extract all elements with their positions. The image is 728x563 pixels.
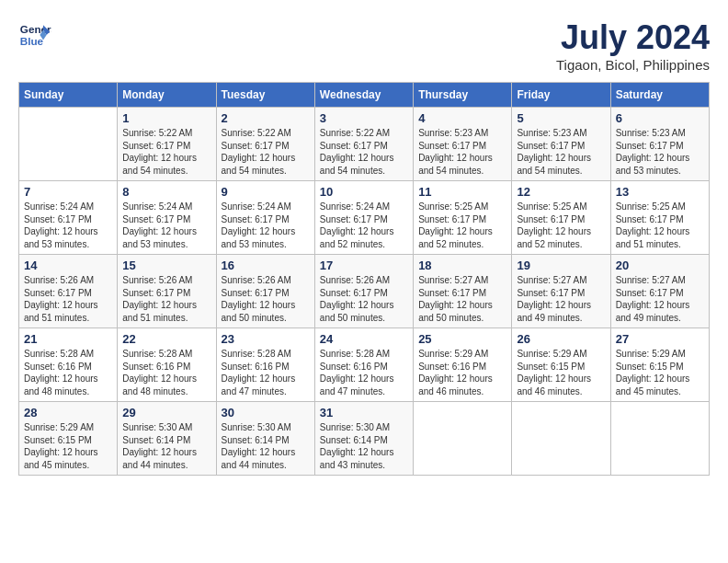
day-number: 17 [320, 259, 408, 272]
week-row-2: 7Sunrise: 5:24 AMSunset: 6:17 PMDaylight… [19, 181, 710, 255]
calendar-cell: 20Sunrise: 5:27 AMSunset: 6:17 PMDayligh… [610, 255, 709, 328]
calendar-cell: 7Sunrise: 5:24 AMSunset: 6:17 PMDaylight… [19, 181, 118, 255]
calendar-cell: 26Sunrise: 5:29 AMSunset: 6:15 PMDayligh… [512, 328, 610, 402]
day-info: Sunrise: 5:29 AMSunset: 6:16 PMDaylight:… [418, 348, 506, 397]
day-info: Sunrise: 5:29 AMSunset: 6:15 PMDaylight:… [517, 348, 605, 397]
day-info: Sunrise: 5:26 AMSunset: 6:17 PMDaylight:… [320, 274, 408, 324]
calendar-cell: 9Sunrise: 5:24 AMSunset: 6:17 PMDaylight… [216, 181, 314, 255]
day-number: 30 [222, 406, 310, 419]
calendar-cell: 16Sunrise: 5:26 AMSunset: 6:17 PMDayligh… [216, 255, 314, 328]
day-number: 18 [418, 259, 506, 272]
day-number: 31 [320, 406, 408, 419]
day-info: Sunrise: 5:22 AMSunset: 6:17 PMDaylight:… [122, 127, 210, 177]
header-row: SundayMondayTuesdayWednesdayThursdayFrid… [19, 83, 710, 108]
day-info: Sunrise: 5:27 AMSunset: 6:17 PMDaylight:… [517, 274, 605, 324]
day-info: Sunrise: 5:23 AMSunset: 6:17 PMDaylight:… [517, 127, 605, 177]
week-row-4: 21Sunrise: 5:28 AMSunset: 6:16 PMDayligh… [19, 328, 710, 402]
calendar-cell: 6Sunrise: 5:23 AMSunset: 6:17 PMDaylight… [610, 108, 709, 181]
column-header-tuesday: Tuesday [216, 83, 314, 108]
calendar-cell: 21Sunrise: 5:28 AMSunset: 6:16 PMDayligh… [19, 328, 118, 402]
column-header-thursday: Thursday [414, 83, 512, 108]
day-info: Sunrise: 5:25 AMSunset: 6:17 PMDaylight:… [517, 201, 605, 250]
column-header-friday: Friday [512, 83, 610, 108]
calendar-table: SundayMondayTuesdayWednesdayThursdayFrid… [18, 82, 710, 476]
calendar-cell: 13Sunrise: 5:25 AMSunset: 6:17 PMDayligh… [610, 181, 709, 255]
day-info: Sunrise: 5:24 AMSunset: 6:17 PMDaylight:… [122, 201, 210, 250]
day-number: 16 [222, 259, 310, 272]
day-info: Sunrise: 5:26 AMSunset: 6:17 PMDaylight:… [222, 274, 310, 324]
day-info: Sunrise: 5:26 AMSunset: 6:17 PMDaylight:… [122, 274, 210, 324]
calendar-cell: 24Sunrise: 5:28 AMSunset: 6:16 PMDayligh… [314, 328, 413, 402]
day-number: 21 [24, 332, 112, 346]
calendar-cell: 4Sunrise: 5:23 AMSunset: 6:17 PMDaylight… [414, 108, 512, 181]
day-info: Sunrise: 5:28 AMSunset: 6:16 PMDaylight:… [24, 348, 112, 397]
calendar-cell: 14Sunrise: 5:26 AMSunset: 6:17 PMDayligh… [19, 255, 118, 328]
day-info: Sunrise: 5:28 AMSunset: 6:16 PMDaylight:… [122, 348, 210, 397]
calendar-cell: 3Sunrise: 5:22 AMSunset: 6:17 PMDaylight… [314, 108, 413, 181]
calendar-cell: 5Sunrise: 5:23 AMSunset: 6:17 PMDaylight… [512, 108, 610, 181]
day-number: 12 [517, 185, 605, 199]
day-number: 28 [24, 406, 112, 419]
day-number: 4 [418, 111, 506, 125]
week-row-1: 1Sunrise: 5:22 AMSunset: 6:17 PMDaylight… [19, 108, 710, 181]
day-info: Sunrise: 5:23 AMSunset: 6:17 PMDaylight:… [616, 127, 704, 177]
day-number: 19 [517, 259, 605, 272]
day-number: 14 [24, 259, 112, 272]
calendar-cell: 18Sunrise: 5:27 AMSunset: 6:17 PMDayligh… [414, 255, 512, 328]
day-info: Sunrise: 5:24 AMSunset: 6:17 PMDaylight:… [24, 201, 112, 250]
day-info: Sunrise: 5:25 AMSunset: 6:17 PMDaylight:… [616, 201, 704, 250]
day-number: 2 [222, 111, 310, 125]
day-info: Sunrise: 5:30 AMSunset: 6:14 PMDaylight:… [320, 421, 408, 471]
calendar-cell: 2Sunrise: 5:22 AMSunset: 6:17 PMDaylight… [216, 108, 314, 181]
day-number: 10 [320, 185, 408, 199]
calendar-cell: 31Sunrise: 5:30 AMSunset: 6:14 PMDayligh… [314, 402, 413, 476]
day-info: Sunrise: 5:22 AMSunset: 6:17 PMDaylight:… [320, 127, 408, 177]
calendar-cell: 15Sunrise: 5:26 AMSunset: 6:17 PMDayligh… [118, 255, 216, 328]
title-area: July 2024 Tigaon, Bicol, Philippines [556, 18, 710, 73]
day-number: 26 [517, 332, 605, 346]
column-header-wednesday: Wednesday [314, 83, 413, 108]
calendar-cell [414, 402, 512, 476]
calendar-cell [610, 402, 709, 476]
calendar-cell: 11Sunrise: 5:25 AMSunset: 6:17 PMDayligh… [414, 181, 512, 255]
svg-text:Blue: Blue [20, 35, 44, 47]
day-info: Sunrise: 5:28 AMSunset: 6:16 PMDaylight:… [222, 348, 310, 397]
calendar-cell: 17Sunrise: 5:26 AMSunset: 6:17 PMDayligh… [314, 255, 413, 328]
day-number: 11 [418, 185, 506, 199]
day-info: Sunrise: 5:23 AMSunset: 6:17 PMDaylight:… [418, 127, 506, 177]
calendar-cell: 27Sunrise: 5:29 AMSunset: 6:15 PMDayligh… [610, 328, 709, 402]
column-header-monday: Monday [118, 83, 216, 108]
header: General Blue July 2024 Tigaon, Bicol, Ph… [18, 18, 710, 73]
day-info: Sunrise: 5:25 AMSunset: 6:17 PMDaylight:… [418, 201, 506, 250]
day-number: 5 [517, 111, 605, 125]
month-title: July 2024 [556, 18, 710, 57]
day-info: Sunrise: 5:29 AMSunset: 6:15 PMDaylight:… [616, 348, 704, 397]
calendar-cell: 10Sunrise: 5:24 AMSunset: 6:17 PMDayligh… [314, 181, 413, 255]
column-header-sunday: Sunday [19, 83, 118, 108]
calendar-cell: 12Sunrise: 5:25 AMSunset: 6:17 PMDayligh… [512, 181, 610, 255]
calendar-cell: 1Sunrise: 5:22 AMSunset: 6:17 PMDaylight… [118, 108, 216, 181]
day-info: Sunrise: 5:27 AMSunset: 6:17 PMDaylight:… [616, 274, 704, 324]
location-title: Tigaon, Bicol, Philippines [556, 57, 710, 73]
day-number: 6 [616, 111, 704, 125]
day-info: Sunrise: 5:24 AMSunset: 6:17 PMDaylight:… [320, 201, 408, 250]
day-number: 29 [122, 406, 210, 419]
day-number: 20 [616, 259, 704, 272]
day-number: 7 [24, 185, 112, 199]
day-info: Sunrise: 5:26 AMSunset: 6:17 PMDaylight:… [24, 274, 112, 324]
calendar-cell: 28Sunrise: 5:29 AMSunset: 6:15 PMDayligh… [19, 402, 118, 476]
day-number: 22 [122, 332, 210, 346]
day-number: 3 [320, 111, 408, 125]
column-header-saturday: Saturday [610, 83, 709, 108]
calendar-cell: 19Sunrise: 5:27 AMSunset: 6:17 PMDayligh… [512, 255, 610, 328]
day-info: Sunrise: 5:29 AMSunset: 6:15 PMDaylight:… [24, 421, 112, 471]
day-info: Sunrise: 5:30 AMSunset: 6:14 PMDaylight:… [222, 421, 310, 471]
logo: General Blue [18, 18, 51, 52]
day-info: Sunrise: 5:27 AMSunset: 6:17 PMDaylight:… [418, 274, 506, 324]
day-info: Sunrise: 5:28 AMSunset: 6:16 PMDaylight:… [320, 348, 408, 397]
day-number: 24 [320, 332, 408, 346]
calendar-cell: 29Sunrise: 5:30 AMSunset: 6:14 PMDayligh… [118, 402, 216, 476]
day-number: 23 [222, 332, 310, 346]
day-number: 9 [222, 185, 310, 199]
week-row-3: 14Sunrise: 5:26 AMSunset: 6:17 PMDayligh… [19, 255, 710, 328]
